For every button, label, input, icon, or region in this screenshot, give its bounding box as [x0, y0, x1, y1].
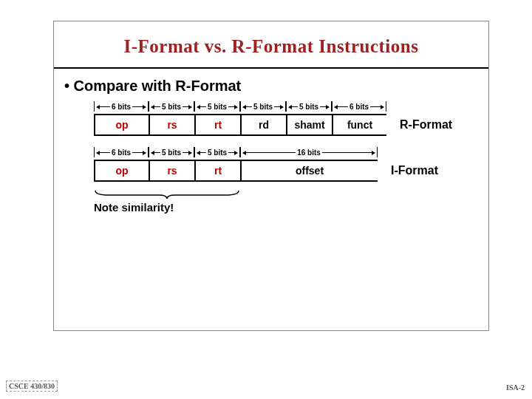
- field-rt: rt: [194, 114, 240, 136]
- iformat-bits-row: 6 bits 5 bits 5 bits 16 bits: [94, 146, 478, 158]
- field-op: op: [94, 160, 149, 182]
- note-text: Note similarity!: [94, 201, 478, 214]
- bits-label: 6 bits: [110, 103, 132, 111]
- rformat-bits-row: 6 bits 5 bits 5 bits 5 bits 5 bits 6 bit…: [94, 100, 478, 112]
- footer-pagenum: ISA-2: [506, 383, 525, 392]
- note-row: Note similarity!: [64, 189, 478, 214]
- field-rt: rt: [194, 160, 240, 182]
- iformat-label: I-Format: [391, 164, 438, 177]
- bits-label: 5 bits: [298, 103, 320, 111]
- field-funct: funct: [332, 114, 386, 136]
- rformat-diagram: 6 bits 5 bits 5 bits 5 bits 5 bits 6 bit…: [64, 100, 478, 136]
- bits-label: 5 bits: [206, 103, 228, 111]
- rformat-label: R-Format: [400, 118, 452, 132]
- bits-label: 5 bits: [206, 149, 228, 157]
- bits-label: 6 bits: [110, 149, 132, 157]
- field-op: op: [94, 114, 149, 136]
- field-shamt: shamt: [286, 114, 332, 136]
- bullet-compare: Compare with R-Format: [64, 78, 478, 95]
- bits-label: 6 bits: [348, 103, 370, 111]
- bits-label: 16 bits: [296, 149, 322, 157]
- brace-icon: [94, 189, 478, 200]
- iformat-fields-row: op rs rt offset I-Format: [94, 160, 478, 182]
- bits-label: 5 bits: [160, 103, 183, 111]
- content-area: Compare with R-Format 6 bits 5 bits 5 bi…: [54, 69, 488, 222]
- slide-frame: I-Format vs. R-Format Instructions Compa…: [53, 21, 489, 331]
- bits-label: 5 bits: [252, 103, 274, 111]
- field-rs: rs: [149, 114, 194, 136]
- iformat-diagram: 6 bits 5 bits 5 bits 16 bits op rs rt of…: [64, 146, 478, 182]
- field-rs: rs: [149, 160, 194, 182]
- footer-course: CSCE 430/830: [6, 381, 58, 392]
- rformat-fields-row: op rs rt rd shamt funct R-Format: [94, 114, 478, 136]
- bits-label: 5 bits: [160, 149, 183, 157]
- field-rd: rd: [240, 114, 286, 136]
- field-offset: offset: [240, 160, 378, 182]
- page-title: I-Format vs. R-Format Instructions: [54, 21, 488, 69]
